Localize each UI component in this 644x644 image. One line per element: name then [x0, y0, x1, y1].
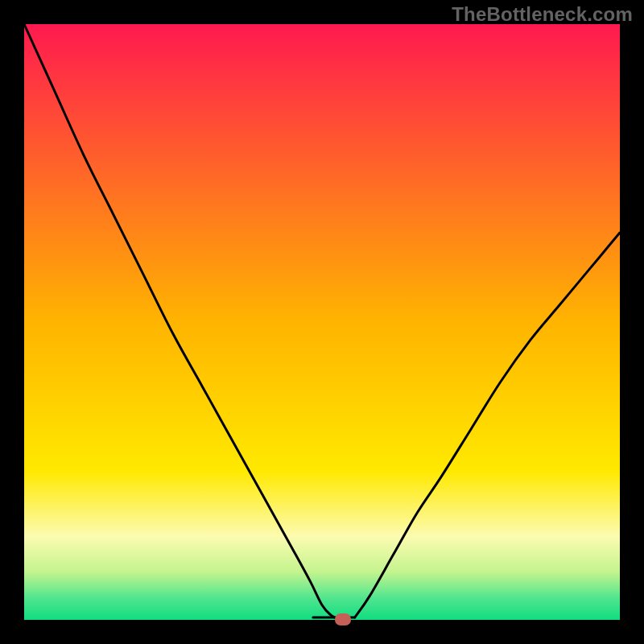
watermark-label: TheBottleneck.com: [452, 3, 633, 26]
bottleneck-marker: [335, 613, 351, 625]
plot-area: [24, 24, 620, 620]
chart-canvas: TheBottleneck.com: [0, 0, 644, 644]
chart-svg: [24, 24, 620, 620]
gradient-background: [24, 24, 620, 620]
